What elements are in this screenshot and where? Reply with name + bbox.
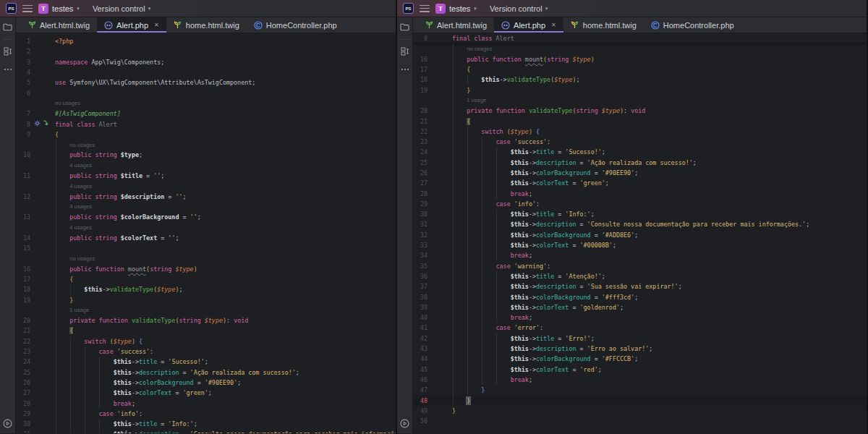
close-icon[interactable]: ✕ bbox=[154, 22, 159, 28]
code-editor-right[interactable]: 8final class Alert no usages16 public fu… bbox=[413, 33, 867, 433]
more-icon[interactable] bbox=[2, 64, 14, 75]
code-line: 35 case 'warning': bbox=[413, 261, 867, 271]
usage-hint-row: 4 usages bbox=[16, 161, 396, 171]
component-gear-icon[interactable] bbox=[34, 120, 41, 128]
structure-icon[interactable] bbox=[399, 46, 411, 57]
code-line: 32 $this->colorBackground = '#ADD8E6'; bbox=[413, 230, 867, 240]
phpstorm-app-icon[interactable]: PS bbox=[403, 3, 414, 14]
vcs-widget[interactable]: Version control ▾ bbox=[93, 4, 150, 13]
twig-home-icon bbox=[174, 21, 182, 30]
code-line: 15 bbox=[16, 243, 396, 253]
code-line: 10 public string $type; bbox=[16, 150, 396, 160]
tab-alert-php[interactable]: Alert.php✕ bbox=[97, 17, 166, 33]
code-line: 17 { bbox=[413, 64, 867, 75]
tab-homecontroller-php[interactable]: HomeController.php bbox=[247, 17, 344, 33]
ide-window-right: PS T testes ▾ Version control ▾ bbox=[397, 0, 867, 434]
class-icon bbox=[254, 21, 263, 30]
chevron-down-icon: ▾ bbox=[474, 6, 477, 11]
code-line: 25 $this->description = 'Ação realizada … bbox=[413, 158, 867, 168]
code-line: 40 break; bbox=[413, 312, 867, 323]
goto-template-arrow-icon[interactable] bbox=[42, 120, 48, 128]
php-file-icon bbox=[104, 21, 113, 30]
project-name: testes bbox=[449, 4, 470, 13]
more-icon[interactable] bbox=[399, 64, 411, 75]
code-editor-left[interactable]: 1<?php23namespace App\Twig\Components;45… bbox=[16, 33, 396, 433]
tab-label: Alert.php bbox=[514, 21, 545, 30]
toolwindow-stripe bbox=[397, 17, 413, 433]
code-line: 18 $this->validateType($type); bbox=[413, 75, 867, 85]
code-line: 1<?php bbox=[16, 36, 396, 46]
code-line: 48 } bbox=[413, 395, 867, 405]
tab-label: HomeController.php bbox=[663, 21, 734, 30]
chevron-down-icon: ▾ bbox=[148, 6, 151, 11]
chevron-down-icon: ▾ bbox=[77, 6, 80, 11]
code-line: 21 { bbox=[413, 116, 867, 126]
code-line: 24 $this->title = 'Sucesso!'; bbox=[413, 147, 867, 157]
code-line: 22 switch ($type) { bbox=[16, 336, 396, 346]
project-avatar: T bbox=[435, 4, 446, 14]
close-icon[interactable]: ✕ bbox=[551, 22, 556, 28]
usage-hint-row: 4 usages bbox=[16, 181, 396, 191]
code-line: 19 } bbox=[16, 294, 396, 305]
project-avatar: T bbox=[38, 4, 48, 14]
vcs-widget[interactable]: Version control ▾ bbox=[490, 4, 548, 13]
tab-home-html-twig[interactable]: home.html.twig bbox=[166, 17, 247, 33]
code-line: 23 case 'success': bbox=[413, 137, 867, 147]
vcs-label: Version control bbox=[490, 4, 542, 13]
code-line: 14 public string $colorText = ''; bbox=[16, 233, 396, 243]
code-line: 41 case 'error': bbox=[413, 323, 867, 333]
code-line: 4 bbox=[16, 67, 396, 77]
code-line: 17 { bbox=[16, 274, 396, 284]
folder-icon[interactable] bbox=[2, 21, 14, 33]
tab-homecontroller-php[interactable]: HomeController.php bbox=[644, 17, 741, 33]
code-line: 21 { bbox=[16, 326, 396, 336]
ide-window-left: PS T testes ▾ Version control ▾ bbox=[0, 0, 397, 434]
code-line: 30 $this->title = 'Info:'; bbox=[413, 209, 867, 219]
tab-label: HomeController.php bbox=[266, 21, 337, 30]
code-line: 49} bbox=[413, 406, 867, 416]
structure-icon[interactable] bbox=[2, 46, 14, 57]
services-icon[interactable] bbox=[2, 417, 14, 429]
tab-alert-html-twig[interactable]: Alert.html.twig bbox=[20, 17, 97, 33]
services-icon[interactable] bbox=[399, 417, 411, 429]
project-widget[interactable]: T testes ▾ bbox=[38, 4, 80, 14]
code-line: 16 public function mount(string $type) bbox=[413, 54, 867, 64]
vcs-label: Version control bbox=[93, 4, 145, 13]
tab-label: home.html.twig bbox=[583, 21, 637, 30]
code-line: 18 $this->validateType($type); bbox=[16, 284, 396, 294]
code-line: 36 $this->title = 'Atenção!'; bbox=[413, 271, 867, 281]
code-line: 28 break; bbox=[16, 398, 396, 408]
toolwindow-stripe bbox=[0, 17, 16, 433]
tab-label: Alert.html.twig bbox=[437, 21, 487, 30]
code-line: 46 break; bbox=[413, 375, 867, 385]
tab-alert-html-twig[interactable]: Alert.html.twig bbox=[417, 17, 494, 33]
code-line: 28 break; bbox=[413, 188, 867, 198]
code-line: 9{ bbox=[16, 129, 396, 140]
titlebar: PS T testes ▾ Version control ▾ bbox=[0, 0, 396, 17]
code-line: 31 $this->description = 'Consulte nossa … bbox=[16, 429, 396, 433]
code-line: 42 $this->title = 'Erro!'; bbox=[413, 333, 867, 344]
code-line: 8final class Alert bbox=[16, 119, 396, 129]
stripe-divider bbox=[400, 39, 410, 40]
usage-hint-row: no usages bbox=[16, 140, 396, 150]
code-line: 38 $this->colorBackground = '#fff3cd'; bbox=[413, 292, 867, 302]
tab-label: Alert.php bbox=[116, 21, 148, 30]
code-line: 39 $this->colorText = 'goldenrod'; bbox=[413, 302, 867, 312]
tab-alert-php[interactable]: Alert.php✕ bbox=[494, 17, 563, 33]
folder-icon[interactable] bbox=[399, 21, 411, 33]
chevron-down-icon: ▾ bbox=[545, 6, 548, 11]
code-line: 19 } bbox=[413, 85, 867, 95]
main-menu-icon[interactable] bbox=[420, 5, 430, 12]
code-line: 30 $this->title = 'Info:'; bbox=[16, 419, 396, 429]
code-line: 16 public function mount(string $type) bbox=[16, 264, 396, 274]
code-line: 29 case 'info': bbox=[16, 409, 396, 419]
tab-home-html-twig[interactable]: home.html.twig bbox=[563, 17, 644, 33]
code-line: 27 $this->colorText = 'green'; bbox=[16, 388, 396, 398]
phpstorm-app-icon[interactable]: PS bbox=[6, 3, 17, 14]
class-icon bbox=[651, 21, 660, 30]
main-menu-icon[interactable] bbox=[22, 5, 33, 12]
project-widget[interactable]: T testes ▾ bbox=[435, 4, 477, 14]
usage-hint-row: no usages bbox=[413, 43, 867, 54]
code-line: 29 case 'info': bbox=[413, 199, 867, 209]
code-line: 20 private function validateType(string … bbox=[16, 315, 396, 326]
